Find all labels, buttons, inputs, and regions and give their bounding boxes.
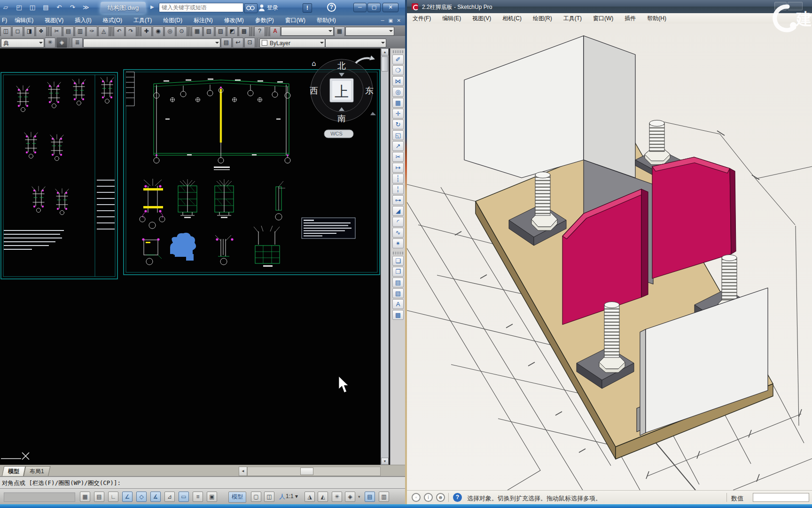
copy-button[interactable]: ❍ (392, 65, 404, 75)
undo-icon[interactable]: ↶ (54, 2, 64, 12)
nav-arrow-icon[interactable]: ▶ (150, 4, 154, 9)
annotation-visibility-button[interactable]: ◮ (304, 492, 315, 502)
close-button[interactable]: ✕ (383, 3, 398, 12)
su-menu-draw[interactable]: 绘图(R) (527, 14, 558, 24)
su-menu-window[interactable]: 窗口(W) (587, 14, 619, 24)
layer-prev-button[interactable]: ↩ (233, 38, 243, 48)
model-3d-view[interactable] (407, 24, 812, 490)
help-icon[interactable]: ? (327, 3, 336, 12)
match-properties-button[interactable]: ✑ (86, 26, 97, 37)
geolocation-icon[interactable]: ◦ (412, 493, 421, 502)
su-menu-camera[interactable]: 相机(C) (497, 14, 527, 24)
tab-layout1[interactable]: 布局1 (23, 466, 51, 477)
su-menu-tools[interactable]: 工具(T) (558, 14, 587, 24)
toolbar-grip[interactable] (393, 50, 403, 53)
vscroll-thumb[interactable] (382, 56, 388, 71)
ducs-toggle[interactable]: ⊿ (164, 492, 175, 502)
communication-center-icon[interactable]: ! (303, 3, 312, 13)
sign-in-link[interactable]: 登录 (267, 4, 278, 12)
menu-tools[interactable]: 工具(T) (128, 16, 157, 25)
qat-more-icon[interactable]: ≫ (81, 2, 91, 12)
credits-icon[interactable]: i (424, 493, 433, 502)
undo-button[interactable]: ↶ (114, 26, 125, 37)
print-button[interactable]: ◫ (0, 26, 11, 37)
designcenter-button[interactable]: ▧ (203, 26, 214, 37)
otrack-toggle[interactable]: ∡ (150, 492, 161, 502)
color-dropdown[interactable]: ByLayer (259, 39, 325, 48)
block-editor-button[interactable]: ◬ (98, 26, 109, 37)
break-at-point-button[interactable]: ┆ (392, 174, 404, 183)
menu-insert[interactable]: 插入(I) (69, 16, 97, 25)
acad-drawing-area[interactable]: 北 南 西 东 上 ⌂ WCS (0, 48, 405, 465)
scroll-down-icon[interactable]: ▼ (381, 458, 389, 465)
layer-isolate-button[interactable]: ⊡ (244, 38, 255, 48)
lineweight-toggle[interactable]: ≡ (193, 492, 203, 502)
menu-file-partial[interactable]: F) (0, 16, 9, 25)
polar-toggle[interactable]: ∠ (122, 492, 133, 502)
sketchup-canvas[interactable]: 80mm 0mm 150mm 275mm 125mm 550mm 125mm 2… (407, 24, 812, 490)
canvas-vscrollbar[interactable]: ▲ ▼ (381, 48, 389, 465)
sheet-set-button[interactable]: ◩ (227, 26, 238, 37)
blend-curves-button[interactable]: ∿ (392, 228, 404, 238)
workspace-switch-button[interactable]: ✳ (332, 492, 342, 502)
stretch-button[interactable]: ↗ (392, 141, 404, 151)
break-button[interactable]: ╎ (392, 184, 404, 194)
layer-dropdown[interactable] (83, 39, 220, 48)
grid-toggle[interactable]: ▤ (94, 492, 104, 502)
su-menu-view[interactable]: 视图(V) (467, 14, 497, 24)
cut-button[interactable]: ✂ (51, 26, 62, 37)
bring-to-front-button[interactable]: ❏ (392, 256, 404, 266)
publish-button[interactable]: ◨ (24, 26, 35, 37)
menu-parametric[interactable]: 参数(P) (250, 16, 280, 25)
send-to-back-button[interactable]: ❐ (392, 267, 404, 277)
move-button[interactable]: ✛ (392, 109, 404, 119)
cad-canvas[interactable]: 北 南 西 东 上 ⌂ WCS (0, 48, 381, 465)
extend-button[interactable]: ↦ (392, 163, 404, 173)
toolbar-lock-button[interactable]: ◈ (345, 492, 355, 502)
search-button[interactable] (244, 3, 258, 13)
layer-properties-button[interactable]: ≣ (72, 38, 83, 48)
status-menu-icon[interactable]: ▾ (358, 494, 360, 499)
explode-button[interactable]: ✴ (392, 238, 404, 248)
send-under-button[interactable]: ▧ (392, 288, 404, 298)
menu-edit[interactable]: 编辑(E) (9, 16, 39, 25)
pan-button[interactable]: ✚ (141, 26, 152, 37)
hscroll-left-icon[interactable]: ◄ (239, 467, 247, 476)
osnap-toggle[interactable]: ◇ (136, 492, 147, 502)
su-menu-plugins[interactable]: 插件 (619, 14, 641, 24)
su-maximize-button[interactable] (774, 2, 787, 10)
annotation-scale-button[interactable]: 1:1 ▾ (286, 493, 298, 500)
scale-button[interactable]: ◱ (392, 130, 404, 140)
plot-preview-button[interactable]: ◻ (12, 26, 23, 37)
print-icon[interactable]: ▤ (40, 2, 51, 12)
properties-button[interactable]: ▦ (192, 26, 203, 37)
hatch-to-back-button[interactable]: ▩ (392, 310, 404, 320)
model-space-button[interactable]: 模型 (228, 492, 246, 503)
command-line[interactable]: 对角点或 [栏选(F)/圈围(WP)/圈交(CP)]: (0, 476, 405, 488)
erase-button[interactable]: ✐ (392, 55, 404, 64)
paste-button[interactable]: ▥ (75, 26, 86, 37)
linetype-dropdown[interactable] (325, 39, 386, 48)
workspace-lock-button[interactable]: ◈ (56, 38, 67, 48)
join-button[interactable]: ⊶ (392, 195, 404, 205)
su-close-button[interactable] (788, 2, 803, 10)
help-icon[interactable]: ? (453, 493, 462, 502)
menu-window[interactable]: 窗口(W) (280, 16, 311, 25)
new-icon[interactable]: ▱ (0, 2, 11, 12)
canvas-hscrollbar[interactable] (247, 467, 381, 476)
quick-calc-button[interactable]: ▩ (239, 26, 250, 37)
open-icon[interactable]: ◰ (14, 2, 24, 12)
scroll-up-icon[interactable]: ▲ (381, 48, 389, 56)
zoom-realtime-button[interactable]: ◉ (153, 26, 164, 37)
text-to-front-button[interactable]: A (392, 299, 404, 309)
text-style-button[interactable]: A (270, 26, 281, 37)
array-button[interactable]: ▦ (392, 98, 404, 108)
quick-view-drawings-button[interactable]: ◫ (264, 492, 274, 502)
menu-help[interactable]: 帮助(H) (311, 16, 342, 25)
su-menu-help[interactable]: 帮助(H) (641, 14, 672, 24)
toolbar-grip[interactable] (393, 252, 403, 254)
workspace-dropdown[interactable]: 典 (1, 39, 44, 48)
sign-in-icon[interactable]: ☻ (436, 493, 445, 502)
doc-window-controls[interactable]: ─ ▣ ✕ (381, 18, 402, 23)
zoom-window-button[interactable]: ◎ (164, 26, 175, 37)
